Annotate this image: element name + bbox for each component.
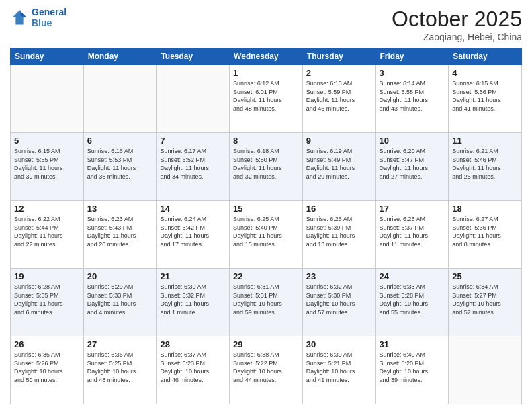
calendar-week-row: 12Sunrise: 6:22 AM Sunset: 5:44 PM Dayli… <box>11 201 522 269</box>
day-number: 25 <box>452 271 518 281</box>
calendar-cell: 9Sunrise: 6:19 AM Sunset: 5:49 PM Daylig… <box>302 133 375 201</box>
month-title: October 2025 <box>392 7 522 32</box>
calendar-cell <box>157 65 230 133</box>
day-number: 18 <box>452 203 518 214</box>
day-info: Sunrise: 6:26 AM Sunset: 5:37 PM Dayligh… <box>380 215 445 248</box>
weekday-header-tuesday: Tuesday <box>157 48 230 65</box>
day-number: 27 <box>87 339 153 349</box>
calendar-cell: 15Sunrise: 6:25 AM Sunset: 5:40 PM Dayli… <box>230 201 303 269</box>
day-number: 20 <box>87 271 153 281</box>
weekday-header-sunday: Sunday <box>11 48 84 65</box>
calendar-cell: 18Sunrise: 6:27 AM Sunset: 5:36 PM Dayli… <box>449 201 522 269</box>
day-info: Sunrise: 6:37 AM Sunset: 5:23 PM Dayligh… <box>160 351 226 384</box>
calendar-cell: 21Sunrise: 6:30 AM Sunset: 5:32 PM Dayli… <box>157 269 230 336</box>
calendar-cell: 8Sunrise: 6:18 AM Sunset: 5:50 PM Daylig… <box>230 133 303 201</box>
calendar-cell: 5Sunrise: 6:15 AM Sunset: 5:55 PM Daylig… <box>11 133 84 201</box>
day-number: 14 <box>160 203 226 214</box>
calendar-cell: 10Sunrise: 6:20 AM Sunset: 5:47 PM Dayli… <box>375 133 449 201</box>
day-number: 16 <box>306 203 372 214</box>
calendar-cell: 11Sunrise: 6:21 AM Sunset: 5:46 PM Dayli… <box>449 133 522 201</box>
calendar-week-row: 19Sunrise: 6:28 AM Sunset: 5:35 PM Dayli… <box>11 269 522 336</box>
day-info: Sunrise: 6:27 AM Sunset: 5:36 PM Dayligh… <box>452 215 518 248</box>
logo: General Blue <box>10 7 66 28</box>
day-info: Sunrise: 6:20 AM Sunset: 5:47 PM Dayligh… <box>380 147 445 181</box>
calendar-cell: 6Sunrise: 6:16 AM Sunset: 5:53 PM Daylig… <box>83 133 157 201</box>
day-info: Sunrise: 6:38 AM Sunset: 5:22 PM Dayligh… <box>233 351 299 384</box>
calendar-cell: 25Sunrise: 6:34 AM Sunset: 5:27 PM Dayli… <box>449 269 522 336</box>
day-info: Sunrise: 6:26 AM Sunset: 5:39 PM Dayligh… <box>306 215 372 248</box>
day-info: Sunrise: 6:35 AM Sunset: 5:26 PM Dayligh… <box>14 351 80 384</box>
day-info: Sunrise: 6:21 AM Sunset: 5:46 PM Dayligh… <box>452 147 518 181</box>
day-number: 17 <box>380 203 445 214</box>
day-info: Sunrise: 6:16 AM Sunset: 5:53 PM Dayligh… <box>87 147 153 181</box>
day-number: 30 <box>306 339 372 349</box>
calendar-cell: 28Sunrise: 6:37 AM Sunset: 5:23 PM Dayli… <box>157 336 230 404</box>
day-number: 7 <box>160 136 226 146</box>
day-number: 3 <box>380 68 445 78</box>
calendar-cell: 29Sunrise: 6:38 AM Sunset: 5:22 PM Dayli… <box>230 336 303 404</box>
day-number: 2 <box>306 68 372 78</box>
day-info: Sunrise: 6:31 AM Sunset: 5:31 PM Dayligh… <box>233 283 299 316</box>
day-info: Sunrise: 6:25 AM Sunset: 5:40 PM Dayligh… <box>233 215 299 248</box>
day-number: 13 <box>87 203 153 214</box>
day-number: 23 <box>306 271 372 281</box>
day-number: 4 <box>452 68 518 78</box>
weekday-header-friday: Friday <box>375 48 449 65</box>
weekday-header-saturday: Saturday <box>449 48 522 65</box>
weekday-header-monday: Monday <box>83 48 157 65</box>
calendar-week-row: 5Sunrise: 6:15 AM Sunset: 5:55 PM Daylig… <box>11 133 522 201</box>
calendar-cell: 2Sunrise: 6:13 AM Sunset: 5:59 PM Daylig… <box>302 65 375 133</box>
svg-marker-1 <box>19 11 27 18</box>
day-info: Sunrise: 6:24 AM Sunset: 5:42 PM Dayligh… <box>160 215 226 248</box>
day-number: 12 <box>14 203 80 214</box>
day-info: Sunrise: 6:34 AM Sunset: 5:27 PM Dayligh… <box>452 283 518 316</box>
weekday-header-thursday: Thursday <box>302 48 375 65</box>
day-number: 28 <box>160 339 226 349</box>
calendar-week-row: 1Sunrise: 6:12 AM Sunset: 6:01 PM Daylig… <box>11 65 522 133</box>
calendar-cell: 22Sunrise: 6:31 AM Sunset: 5:31 PM Dayli… <box>230 269 303 336</box>
day-number: 26 <box>14 339 80 349</box>
day-info: Sunrise: 6:22 AM Sunset: 5:44 PM Dayligh… <box>14 215 80 248</box>
day-info: Sunrise: 6:15 AM Sunset: 5:55 PM Dayligh… <box>14 147 80 181</box>
logo-text: General Blue <box>32 7 66 28</box>
location: Zaoqiang, Hebei, China <box>392 32 522 42</box>
day-info: Sunrise: 6:32 AM Sunset: 5:30 PM Dayligh… <box>306 283 372 316</box>
day-number: 1 <box>233 68 299 78</box>
calendar-cell <box>11 65 84 133</box>
header: General Blue October 2025 Zaoqiang, Hebe… <box>10 7 522 42</box>
day-info: Sunrise: 6:15 AM Sunset: 5:56 PM Dayligh… <box>452 79 518 113</box>
calendar-cell: 19Sunrise: 6:28 AM Sunset: 5:35 PM Dayli… <box>11 269 84 336</box>
calendar-cell: 4Sunrise: 6:15 AM Sunset: 5:56 PM Daylig… <box>449 65 522 133</box>
day-number: 24 <box>380 271 445 281</box>
calendar-cell: 12Sunrise: 6:22 AM Sunset: 5:44 PM Dayli… <box>11 201 84 269</box>
day-info: Sunrise: 6:29 AM Sunset: 5:33 PM Dayligh… <box>87 283 153 316</box>
title-section: October 2025 Zaoqiang, Hebei, China <box>392 7 522 42</box>
day-info: Sunrise: 6:36 AM Sunset: 5:25 PM Dayligh… <box>87 351 153 384</box>
calendar-cell: 14Sunrise: 6:24 AM Sunset: 5:42 PM Dayli… <box>157 201 230 269</box>
calendar-cell <box>449 336 522 404</box>
day-number: 22 <box>233 271 299 281</box>
day-info: Sunrise: 6:30 AM Sunset: 5:32 PM Dayligh… <box>160 283 226 316</box>
day-number: 10 <box>380 136 445 146</box>
day-info: Sunrise: 6:14 AM Sunset: 5:58 PM Dayligh… <box>380 79 445 113</box>
calendar-cell: 16Sunrise: 6:26 AM Sunset: 5:39 PM Dayli… <box>302 201 375 269</box>
day-number: 5 <box>14 136 80 146</box>
day-number: 19 <box>14 271 80 281</box>
calendar-cell: 26Sunrise: 6:35 AM Sunset: 5:26 PM Dayli… <box>11 336 84 404</box>
calendar-cell: 20Sunrise: 6:29 AM Sunset: 5:33 PM Dayli… <box>83 269 157 336</box>
day-info: Sunrise: 6:40 AM Sunset: 5:20 PM Dayligh… <box>380 351 445 384</box>
day-info: Sunrise: 6:17 AM Sunset: 5:52 PM Dayligh… <box>160 147 226 181</box>
day-number: 8 <box>233 136 299 146</box>
calendar-cell: 23Sunrise: 6:32 AM Sunset: 5:30 PM Dayli… <box>302 269 375 336</box>
weekday-header-wednesday: Wednesday <box>230 48 303 65</box>
logo-icon <box>10 8 29 27</box>
calendar-cell <box>83 65 157 133</box>
day-info: Sunrise: 6:39 AM Sunset: 5:21 PM Dayligh… <box>306 351 372 384</box>
weekday-header-row: SundayMondayTuesdayWednesdayThursdayFrid… <box>11 48 522 65</box>
day-number: 29 <box>233 339 299 349</box>
day-number: 15 <box>233 203 299 214</box>
calendar-cell: 13Sunrise: 6:23 AM Sunset: 5:43 PM Dayli… <box>83 201 157 269</box>
calendar-table: SundayMondayTuesdayWednesdayThursdayFrid… <box>10 48 522 404</box>
day-number: 21 <box>160 271 226 281</box>
calendar-cell: 7Sunrise: 6:17 AM Sunset: 5:52 PM Daylig… <box>157 133 230 201</box>
